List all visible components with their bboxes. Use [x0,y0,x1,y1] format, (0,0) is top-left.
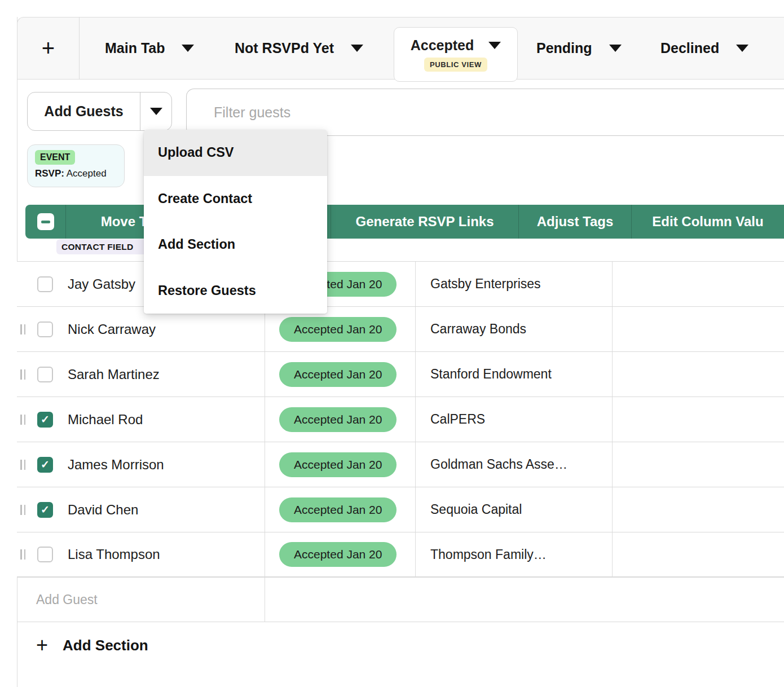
drag-handle[interactable] [20,324,25,334]
row-checkbox[interactable] [37,276,53,292]
row-checkbox[interactable] [37,322,53,337]
add-section-label: Add Section [63,637,148,654]
drag-handle[interactable] [20,415,25,425]
tab-not-rsvpd-yet[interactable]: Not RSVPd Yet [235,17,363,79]
tab-label: Declined [660,40,719,56]
drag-handle[interactable] [20,505,25,515]
company-cell[interactable]: CalPERS [416,397,613,442]
table-row: Sarah Martinez Accepted Jan 20 Stanford … [17,351,784,397]
empty-cell[interactable] [613,262,784,306]
guest-name[interactable]: Michael Rod [68,412,143,428]
table-row: Jay Gatsby Accepted Jan 20 Gatsby Enterp… [17,261,784,306]
empty-cell[interactable] [613,532,784,576]
bulk-action-bar: Move To e Generate RSVP Links Adjust Tag… [25,205,784,239]
menu-item-add-section[interactable]: Add Section [144,222,327,268]
menu-item-restore-guests[interactable]: Restore Guests [144,268,327,314]
event-type-badge: EVENT [35,150,75,165]
tab-label: Main Tab [105,40,165,56]
guest-list-app: + Main Tab Not RSVPd Yet Accepted PUBLIC… [0,0,784,687]
rsvp-status-badge[interactable]: Accepted Jan 20 [279,542,397,567]
row-checkbox[interactable]: ✓ [37,457,53,473]
chevron-down-icon [351,45,363,52]
add-guests-button[interactable]: Add Guests [28,93,140,130]
tab-pending[interactable]: Pending [536,17,622,79]
company-cell[interactable]: Thompson Family… [416,532,613,576]
table-row: Nick Carraway Accepted Jan 20 Carraway B… [17,306,784,351]
chevron-down-icon [488,42,501,49]
drag-handle[interactable] [20,549,25,560]
empty-cell[interactable] [613,352,784,397]
guest-name[interactable]: David Chen [68,502,138,518]
company-cell[interactable]: Carraway Bonds [416,307,613,351]
table-row: Lisa Thompson Accepted Jan 20 Thompson F… [17,532,784,577]
rsvp-filter-chip[interactable]: EVENT RSVP: Accepted [27,144,125,187]
plus-icon: + [36,635,48,655]
chevron-down-icon [150,108,162,115]
rsvp-status-badge[interactable]: Accepted Jan 20 [279,362,397,387]
add-guests-split-button: Add Guests [27,92,172,131]
empty-cell[interactable] [613,307,784,351]
menu-item-upload-csv[interactable]: Upload CSV [144,130,327,176]
empty-cell[interactable] [613,487,784,532]
company-cell[interactable]: Goldman Sachs Asse… [416,442,613,487]
company-cell[interactable]: Gatsby Enterprises [416,262,613,306]
empty-cell[interactable] [613,397,784,442]
menu-item-create-contact[interactable]: Create Contact [144,176,327,222]
add-section-button[interactable]: + Add Section [17,622,784,668]
guest-name[interactable]: Lisa Thompson [68,547,160,562]
rsvp-filter-value: RSVP: Accepted [35,168,117,179]
public-view-badge: PUBLIC VIEW [424,58,487,72]
rsvp-status-badge[interactable]: Accepted Jan 20 [279,317,397,342]
guest-name[interactable]: Sarah Martinez [68,367,160,382]
guest-name[interactable]: James Morrison [68,457,164,473]
adjust-tags-button[interactable]: Adjust Tags [519,205,632,239]
table-row: ✓ Michael Rod Accepted Jan 20 CalPERS [17,397,784,442]
chevron-down-icon [736,45,748,52]
guest-name[interactable]: Nick Carraway [68,322,156,337]
add-guest-input[interactable]: Add Guest [17,578,265,622]
add-tab-button[interactable]: + [17,17,80,79]
tab-declined[interactable]: Declined [660,17,748,79]
select-all-checkbox[interactable] [25,205,66,239]
tab-label: Accepted [411,37,474,54]
table-row: ✓ David Chen Accepted Jan 20 Sequoia Cap… [17,487,784,532]
guest-name[interactable]: Jay Gatsby [68,276,135,292]
guest-table: Jay Gatsby Accepted Jan 20 Gatsby Enterp… [17,261,784,622]
row-checkbox[interactable] [37,547,53,562]
add-guest-row: Add Guest [17,577,784,622]
chevron-down-icon [182,45,194,52]
row-checkbox[interactable]: ✓ [37,502,53,518]
add-guests-dropdown-toggle[interactable] [140,93,171,130]
rsvp-status-badge[interactable]: Accepted Jan 20 [279,497,397,522]
tab-main-tab[interactable]: Main Tab [105,17,194,79]
tab-label: Not RSVPd Yet [235,40,334,56]
tab-label: Pending [536,40,592,56]
company-cell[interactable]: Sequoia Capital [416,487,613,532]
add-guests-dropdown-menu: Upload CSV Create Contact Add Section Re… [144,130,327,314]
row-checkbox[interactable] [37,367,53,382]
row-checkbox[interactable]: ✓ [37,412,53,428]
tab-accepted-active[interactable]: Accepted PUBLIC VIEW [394,27,518,82]
edit-column-values-button[interactable]: Edit Column Valu [632,205,784,239]
indeterminate-checkbox-icon [37,213,54,230]
tab-strip: + Main Tab Not RSVPd Yet Accepted PUBLIC… [17,17,784,80]
table-row: ✓ James Morrison Accepted Jan 20 Goldman… [17,442,784,487]
chevron-down-icon [609,45,622,52]
company-cell[interactable]: Stanford Endowment [416,352,613,397]
contact-field-column-header: CONTACT FIELD [56,239,153,254]
drag-handle[interactable] [20,369,25,380]
empty-cell[interactable] [613,442,784,487]
rsvp-status-badge[interactable]: Accepted Jan 20 [279,452,397,477]
rsvp-status-badge[interactable]: Accepted Jan 20 [279,407,397,432]
drag-handle[interactable] [20,460,25,470]
filter-guests-input[interactable] [186,89,784,136]
generate-rsvp-links-button[interactable]: Generate RSVP Links [331,205,519,239]
